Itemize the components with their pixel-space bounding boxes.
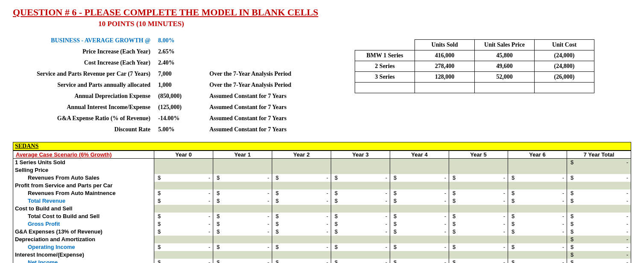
model-cell[interactable]: -: [154, 228, 213, 236]
model-cell[interactable]: [154, 166, 213, 174]
model-cell[interactable]: -: [154, 189, 213, 197]
model-cell[interactable]: [449, 166, 508, 174]
model-cell[interactable]: [390, 251, 449, 259]
model-cell[interactable]: [213, 251, 272, 259]
model-cell[interactable]: -: [213, 197, 272, 205]
model-cell[interactable]: [508, 251, 567, 259]
model-cell[interactable]: -: [390, 174, 449, 182]
model-cell[interactable]: [272, 236, 331, 243]
model-total-cell[interactable]: [567, 182, 631, 189]
model-total-cell[interactable]: -: [567, 228, 631, 236]
model-cell[interactable]: [390, 205, 449, 213]
model-cell[interactable]: -: [449, 220, 508, 228]
model-cell[interactable]: [508, 166, 567, 174]
model-cell[interactable]: -: [508, 220, 567, 228]
model-cell[interactable]: -: [154, 174, 213, 182]
model-cell[interactable]: -: [154, 259, 213, 263]
model-cell[interactable]: -: [213, 220, 272, 228]
model-cell[interactable]: [331, 166, 390, 174]
model-cell[interactable]: -: [390, 189, 449, 197]
model-cell[interactable]: [154, 205, 213, 213]
model-cell[interactable]: [390, 166, 449, 174]
model-cell[interactable]: -: [154, 220, 213, 228]
model-total-cell[interactable]: -: [567, 189, 631, 197]
model-cell[interactable]: [508, 159, 567, 166]
model-cell[interactable]: [331, 205, 390, 213]
model-cell[interactable]: [331, 182, 390, 189]
model-cell[interactable]: -: [449, 243, 508, 251]
model-cell[interactable]: [154, 182, 213, 189]
model-total-cell[interactable]: [567, 205, 631, 213]
model-cell[interactable]: -: [508, 174, 567, 182]
model-total-cell[interactable]: -: [567, 213, 631, 220]
model-cell[interactable]: -: [508, 197, 567, 205]
model-cell[interactable]: -: [213, 228, 272, 236]
model-cell[interactable]: -: [390, 213, 449, 220]
model-cell[interactable]: [390, 182, 449, 189]
model-cell[interactable]: -: [508, 189, 567, 197]
model-cell[interactable]: -: [272, 228, 331, 236]
model-cell[interactable]: [449, 182, 508, 189]
model-cell[interactable]: [272, 166, 331, 174]
model-cell[interactable]: -: [449, 213, 508, 220]
model-cell[interactable]: -: [272, 220, 331, 228]
model-cell[interactable]: -: [390, 220, 449, 228]
model-cell[interactable]: -: [213, 243, 272, 251]
model-total-cell[interactable]: -: [567, 251, 631, 259]
model-cell[interactable]: [449, 251, 508, 259]
model-cell[interactable]: -: [508, 243, 567, 251]
model-cell[interactable]: [508, 182, 567, 189]
model-cell[interactable]: -: [272, 189, 331, 197]
model-cell[interactable]: -: [449, 228, 508, 236]
model-cell[interactable]: [213, 205, 272, 213]
model-cell[interactable]: -: [213, 259, 272, 263]
model-cell[interactable]: -: [331, 243, 390, 251]
model-cell[interactable]: -: [449, 174, 508, 182]
model-cell[interactable]: -: [213, 174, 272, 182]
model-cell[interactable]: [154, 251, 213, 259]
model-cell[interactable]: [272, 205, 331, 213]
model-cell[interactable]: -: [449, 197, 508, 205]
model-total-cell[interactable]: -: [567, 243, 631, 251]
model-cell[interactable]: [508, 205, 567, 213]
model-cell[interactable]: [272, 182, 331, 189]
model-cell[interactable]: [213, 159, 272, 166]
model-cell[interactable]: -: [272, 213, 331, 220]
model-cell[interactable]: [213, 166, 272, 174]
model-cell[interactable]: [449, 159, 508, 166]
model-cell[interactable]: [213, 182, 272, 189]
model-total-cell[interactable]: -: [567, 236, 631, 243]
model-cell[interactable]: [272, 159, 331, 166]
model-cell[interactable]: [213, 236, 272, 243]
model-cell[interactable]: -: [449, 189, 508, 197]
model-cell[interactable]: -: [331, 220, 390, 228]
model-cell[interactable]: -: [390, 243, 449, 251]
model-cell[interactable]: -: [272, 197, 331, 205]
model-cell[interactable]: -: [331, 174, 390, 182]
model-cell[interactable]: -: [331, 189, 390, 197]
model-cell[interactable]: [331, 251, 390, 259]
model-cell[interactable]: -: [508, 213, 567, 220]
model-cell[interactable]: -: [154, 213, 213, 220]
model-cell[interactable]: [449, 205, 508, 213]
model-cell[interactable]: -: [213, 213, 272, 220]
model-cell[interactable]: [449, 236, 508, 243]
model-cell[interactable]: [390, 159, 449, 166]
model-cell[interactable]: [272, 251, 331, 259]
model-cell[interactable]: -: [154, 243, 213, 251]
model-total-cell[interactable]: -: [567, 174, 631, 182]
model-cell[interactable]: [390, 236, 449, 243]
model-cell[interactable]: -: [390, 228, 449, 236]
model-cell[interactable]: -: [449, 259, 508, 263]
model-cell[interactable]: -: [331, 213, 390, 220]
model-cell[interactable]: [508, 236, 567, 243]
model-cell[interactable]: -: [390, 197, 449, 205]
model-total-cell[interactable]: -: [567, 197, 631, 205]
model-total-cell[interactable]: -: [567, 259, 631, 263]
model-cell[interactable]: -: [213, 189, 272, 197]
model-cell[interactable]: [154, 159, 213, 166]
model-cell[interactable]: -: [508, 228, 567, 236]
model-cell[interactable]: -: [272, 243, 331, 251]
model-cell[interactable]: -: [390, 259, 449, 263]
model-cell[interactable]: -: [154, 197, 213, 205]
